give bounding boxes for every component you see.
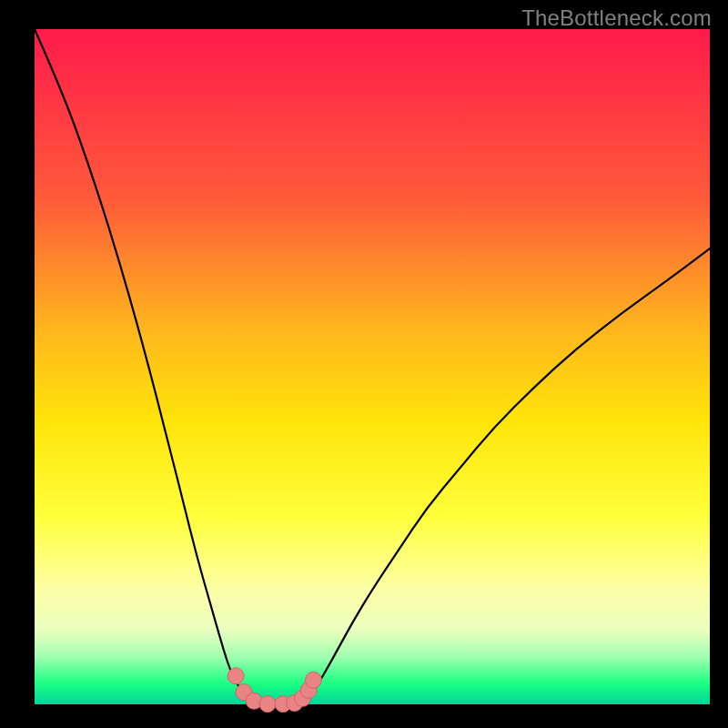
curve-marker: [305, 672, 321, 688]
curve-markers: [228, 668, 321, 713]
chart-frame: TheBottleneck.com: [0, 0, 728, 728]
curve-marker: [228, 668, 244, 684]
plot-area: [35, 29, 710, 704]
curve-marker: [259, 696, 276, 713]
bottleneck-curve: [35, 29, 710, 704]
watermark-text: TheBottleneck.com: [521, 5, 712, 31]
curve-layer: [35, 29, 710, 704]
